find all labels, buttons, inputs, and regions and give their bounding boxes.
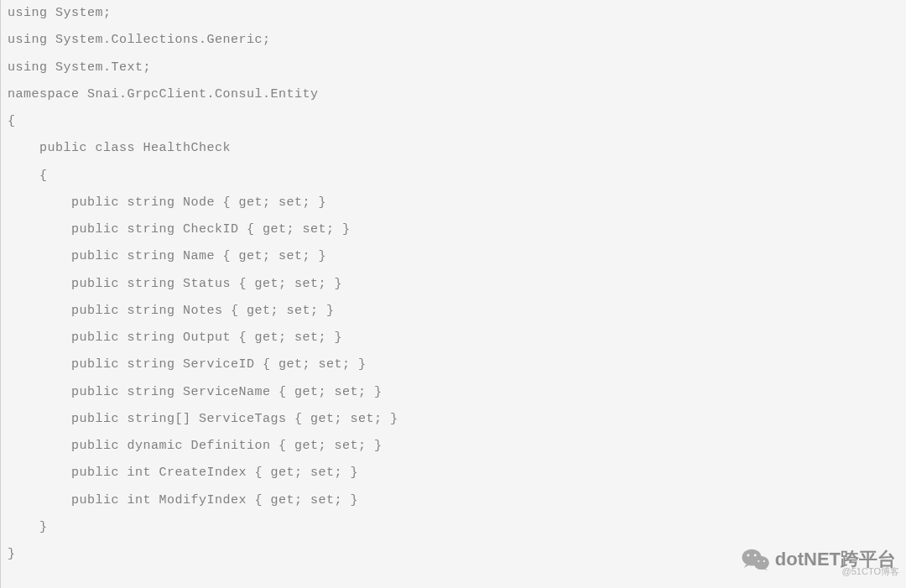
code-line: {	[8, 108, 899, 135]
code-line: public string Notes { get; set; }	[8, 298, 899, 325]
svg-point-4	[747, 554, 749, 556]
code-line: public int CreateIndex { get; set; }	[8, 460, 899, 487]
code-line: public string Output { get; set; }	[8, 325, 899, 351]
code-line: public string CheckID { get; set; }	[8, 216, 899, 243]
code-line: using System;	[8, 0, 899, 27]
code-line: using System.Text;	[8, 55, 899, 81]
svg-point-7	[758, 560, 759, 562]
wechat-icon	[742, 548, 770, 571]
code-line: public string Status { get; set; }	[8, 271, 899, 298]
code-line: public string Node { get; set; }	[8, 190, 899, 216]
svg-point-8	[763, 560, 765, 562]
code-line: namespace Snai.GrpcClient.Consul.Entity	[8, 81, 899, 108]
code-line: public string ServiceName { get; set; }	[8, 379, 899, 406]
code-line: public int ModifyIndex { get; set; }	[8, 487, 899, 514]
code-line: public string Name { get; set; }	[8, 243, 899, 270]
credit-text: @51CTO博客	[842, 558, 899, 585]
code-line: {	[8, 163, 899, 190]
code-line: public dynamic Definition { get; set; }	[8, 433, 899, 460]
code-line: }	[8, 514, 899, 541]
code-block: using System; using System.Collections.G…	[0, 0, 906, 588]
code-line: public class HealthCheck	[8, 135, 899, 162]
svg-point-6	[753, 556, 768, 570]
code-line: public string ServiceID { get; set; }	[8, 351, 899, 378]
code-line: using System.Collections.Generic;	[8, 27, 899, 54]
svg-point-5	[753, 554, 756, 556]
code-line: public string[] ServiceTags { get; set; …	[8, 406, 899, 433]
